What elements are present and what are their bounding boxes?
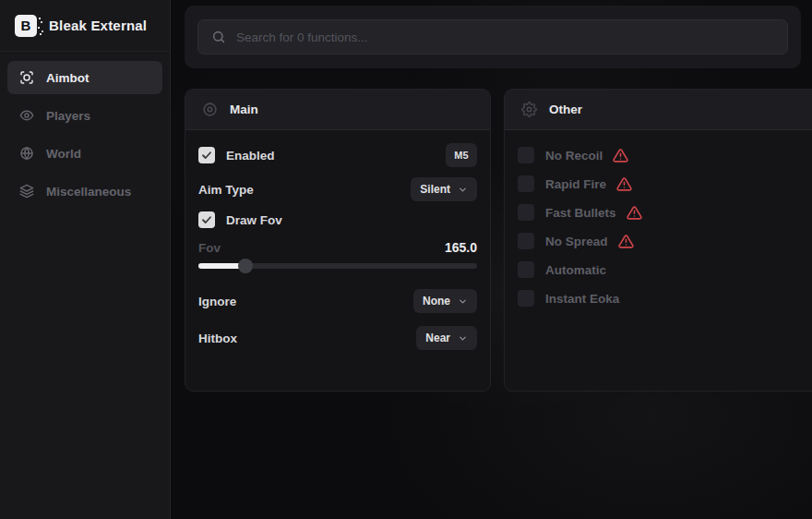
chevron-down-icon <box>458 296 468 307</box>
option-label: Fast Bullets <box>545 206 616 220</box>
enabled-row: Enabled M5 <box>198 143 477 167</box>
aim-type-row: Aim Type Silent <box>198 177 477 201</box>
sidebar: B Bleak External Aimbot Players World Mi… <box>0 0 171 519</box>
globe-icon <box>19 146 34 161</box>
ignore-value: None <box>423 295 450 308</box>
sidebar-item-players[interactable]: Players <box>7 99 162 132</box>
draw-fov-row: Draw Fov <box>198 211 477 228</box>
option-label: No Spread <box>545 235 608 248</box>
aim-type-dropdown[interactable]: Silent <box>411 177 477 201</box>
panel-title: Other <box>549 103 582 116</box>
draw-fov-checkbox[interactable] <box>198 211 215 228</box>
warning-triangle-icon <box>613 148 628 163</box>
app-header: B Bleak External <box>0 0 170 52</box>
hitbox-row: Hitbox Near <box>198 326 477 350</box>
check-icon <box>201 150 212 161</box>
enabled-label: Enabled <box>226 149 275 163</box>
app-title: Bleak External <box>49 18 147 33</box>
option-no-recoil: No Recoil <box>518 145 807 165</box>
warning-triangle-icon <box>618 234 634 249</box>
search-card <box>185 6 801 68</box>
main-panel-body: Enabled M5 Aim Type Silent D <box>185 143 490 350</box>
option-no-spread: No Spread <box>518 231 807 251</box>
warning-triangle-icon <box>627 205 642 221</box>
no-spread-checkbox[interactable] <box>518 233 534 249</box>
layers-icon <box>19 184 34 199</box>
hitbox-value: Near <box>425 332 450 344</box>
option-label: No Recoil <box>545 149 603 163</box>
option-automatic: Automatic <box>518 260 807 280</box>
sidebar-item-miscellaneous[interactable]: Miscellaneous <box>7 175 162 208</box>
aim-type-value: Silent <box>420 183 450 196</box>
target-icon <box>202 102 218 117</box>
sidebar-item-aimbot[interactable]: Aimbot <box>7 61 162 94</box>
sidebar-item-world[interactable]: World <box>7 137 162 170</box>
option-rapid-fire: Rapid Fire <box>518 174 807 194</box>
warning-triangle-icon <box>616 176 632 192</box>
fov-value-row: Fov 165.0 <box>198 240 477 255</box>
eye-icon <box>19 108 34 123</box>
search-input[interactable] <box>236 30 774 44</box>
other-settings-panel: Other No Recoil Rapid Fire <box>504 89 812 392</box>
sidebar-item-label: Miscellaneous <box>46 185 131 199</box>
fast-bullets-checkbox[interactable] <box>518 204 534 221</box>
chevron-down-icon <box>458 185 468 195</box>
other-panel-header: Other <box>505 90 812 130</box>
no-recoil-checkbox[interactable] <box>518 147 534 163</box>
sidebar-item-label: World <box>46 147 81 161</box>
fov-slider[interactable] <box>198 259 477 273</box>
automatic-checkbox[interactable] <box>518 261 534 278</box>
ignore-label: Ignore <box>198 295 236 308</box>
sidebar-item-label: Players <box>46 109 90 123</box>
option-label: Rapid Fire <box>545 177 606 191</box>
aim-type-label: Aim Type <box>198 183 254 197</box>
chevron-down-icon <box>458 333 468 344</box>
instant-eoka-checkbox[interactable] <box>518 290 534 307</box>
ignore-dropdown[interactable]: None <box>413 289 477 313</box>
enabled-checkbox[interactable] <box>198 147 215 163</box>
option-fast-bullets: Fast Bullets <box>518 202 807 223</box>
fov-label: Fov <box>198 241 221 255</box>
option-label: Instant Eoka <box>545 292 619 306</box>
main-content: Main Enabled M5 Aim Type Silent <box>171 0 812 519</box>
crosshair-scan-icon <box>19 70 34 85</box>
option-label: Automatic <box>545 263 606 277</box>
other-options-list: No Recoil Rapid Fire Fast Bullets <box>518 130 807 308</box>
draw-fov-label: Draw Fov <box>226 213 282 227</box>
other-panel-body: No Recoil Rapid Fire Fast Bullets <box>505 130 812 308</box>
ignore-row: Ignore None <box>198 289 477 313</box>
app-window: B Bleak External Aimbot Players World Mi… <box>0 0 812 519</box>
main-panel-header: Main <box>185 90 490 130</box>
hitbox-dropdown[interactable]: Near <box>416 326 477 350</box>
hitbox-label: Hitbox <box>198 332 237 345</box>
check-icon <box>201 214 212 225</box>
gear-icon <box>521 102 537 117</box>
search-bar[interactable] <box>197 19 788 54</box>
fov-slider-handle[interactable] <box>238 259 253 273</box>
rapid-fire-checkbox[interactable] <box>518 175 534 192</box>
search-icon <box>211 30 226 44</box>
keybind-button[interactable]: M5 <box>446 143 477 167</box>
fov-value: 165.0 <box>445 240 477 255</box>
sidebar-nav: Aimbot Players World Miscellaneous <box>0 52 170 208</box>
option-instant-eoka: Instant Eoka <box>518 288 807 308</box>
app-logo-icon: B <box>15 15 37 37</box>
sidebar-item-label: Aimbot <box>46 71 90 85</box>
main-settings-panel: Main Enabled M5 Aim Type Silent <box>185 89 491 392</box>
panel-title: Main <box>230 103 258 116</box>
